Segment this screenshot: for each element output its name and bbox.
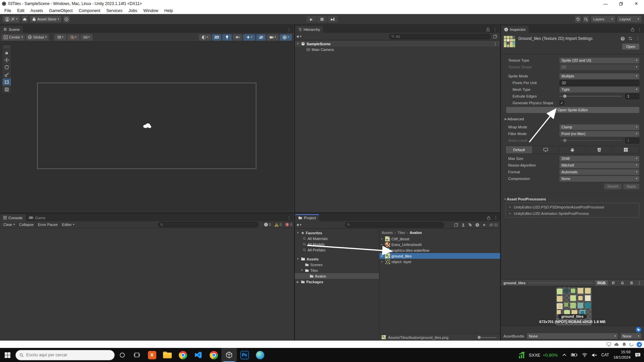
- tree-scenes[interactable]: Scenes: [295, 262, 379, 267]
- breadcrumb-assets[interactable]: Assets: [382, 231, 393, 235]
- hierarchy-item-main-camera[interactable]: Main Camera: [295, 47, 499, 52]
- channel-b-button[interactable]: B: [628, 280, 635, 286]
- expander-closed-icon[interactable]: ▸: [380, 243, 384, 246]
- tab-project[interactable]: Project: [295, 214, 319, 221]
- taskbar-app-chrome-2[interactable]: [206, 348, 221, 362]
- expander-open-icon[interactable]: ▼: [300, 269, 304, 272]
- file-row-cliff-tileset[interactable]: ▸ Cliff_tileset: [379, 236, 500, 242]
- open-button[interactable]: Open: [622, 44, 639, 50]
- scene-audio-button[interactable]: [233, 34, 242, 41]
- expander-closed-icon[interactable]: ▶: [296, 280, 300, 284]
- project-search-input[interactable]: [352, 223, 442, 227]
- tree-tiles[interactable]: ▼ Tiles: [295, 267, 379, 273]
- generate-physics-checkbox[interactable]: ✓: [559, 101, 564, 105]
- menu-component[interactable]: Component: [75, 8, 103, 13]
- taskbar-search-input[interactable]: [26, 353, 111, 357]
- error-pause-button[interactable]: Error Pause: [36, 222, 60, 228]
- taskbar-app-unity[interactable]: [221, 348, 237, 362]
- pixels-per-unit-field[interactable]: [559, 80, 639, 86]
- menu-file[interactable]: File: [1, 8, 14, 13]
- kebab-icon[interactable]: ⋮: [638, 27, 642, 32]
- assetbundle-dropdown[interactable]: None▾: [527, 333, 618, 339]
- hierarchy-search[interactable]: [389, 34, 491, 39]
- stock-ticker-widget[interactable]: SXXE +0,80%: [519, 351, 558, 359]
- warning-count[interactable]: 0: [274, 223, 282, 227]
- tree-assets[interactable]: ▼ Assets: [295, 256, 379, 262]
- pause-button[interactable]: [317, 16, 327, 22]
- start-button[interactable]: [0, 348, 15, 362]
- platform-tab-webgl[interactable]: [586, 146, 613, 154]
- taskbar-app-orange[interactable]: X: [144, 348, 160, 362]
- grid-visibility-button[interactable]: ▾: [54, 34, 66, 41]
- mesh-type-dropdown[interactable]: Tight▾: [559, 87, 639, 93]
- scene-lighting-button[interactable]: [222, 34, 232, 41]
- wifi-icon[interactable]: [582, 353, 587, 357]
- extrude-edges-slider[interactable]: [559, 96, 622, 97]
- extrude-edges-value[interactable]: 1: [625, 94, 639, 99]
- channel-rgb-button[interactable]: RGB: [595, 280, 607, 286]
- snap-increment-button[interactable]: ▾: [80, 34, 93, 41]
- error-count[interactable]: 0: [285, 223, 292, 227]
- taskbar-app-explorer[interactable]: [160, 348, 175, 362]
- account-button[interactable]: JF ▾: [3, 16, 20, 22]
- channel-g-button[interactable]: G: [619, 280, 626, 286]
- scene-visibility-button[interactable]: [256, 34, 266, 41]
- language-indicator[interactable]: CAT: [601, 353, 609, 357]
- search-by-label-icon[interactable]: [468, 223, 472, 227]
- advanced-foldout[interactable]: ▶ Advanced: [501, 116, 644, 122]
- assetbundle-variant-dropdown[interactable]: None▾: [621, 333, 641, 339]
- rect-tool[interactable]: [2, 78, 11, 85]
- minimize-button[interactable]: —: [598, 0, 613, 7]
- cortana-button[interactable]: [115, 348, 129, 362]
- filter-mode-dropdown[interactable]: Point (no filter)▾: [559, 131, 639, 137]
- max-size-dropdown[interactable]: 2048▾: [559, 156, 639, 162]
- lock-icon[interactable]: [486, 27, 490, 32]
- preview-header[interactable]: ground_tiles RGB R G B ⋮: [501, 279, 644, 286]
- close-button[interactable]: ×: [629, 0, 644, 7]
- view-hand-tool[interactable]: [2, 49, 11, 56]
- expander-open-icon[interactable]: ▼: [296, 257, 300, 260]
- transform-tool[interactable]: [2, 86, 11, 93]
- breadcrumb-avalon[interactable]: Avalon: [410, 231, 422, 235]
- expander-closed-icon[interactable]: ▸: [380, 249, 384, 252]
- add-asset-button[interactable]: +▾: [297, 222, 301, 228]
- breadcrumb-tiles[interactable]: Tiles: [397, 231, 405, 235]
- expander-closed-icon[interactable]: ▸: [380, 260, 384, 263]
- tab-inspector[interactable]: Inspector: [501, 26, 529, 33]
- file-row-object-layer[interactable]: ▸ object- layer: [379, 259, 500, 264]
- expander-closed-icon[interactable]: ▸: [380, 237, 384, 240]
- lock-icon[interactable]: [631, 27, 634, 32]
- layers-dropdown[interactable]: Layers ▾: [591, 16, 615, 22]
- tab-game[interactable]: Game: [26, 214, 48, 221]
- lock-icon[interactable]: [487, 216, 490, 220]
- expander-open-icon[interactable]: ▼: [296, 231, 300, 234]
- undo-history-button[interactable]: [575, 16, 581, 22]
- taskbar-app-vscode[interactable]: [191, 348, 206, 362]
- editor-dropdown[interactable]: Editor▾: [60, 222, 76, 228]
- task-view-button[interactable]: [129, 348, 144, 362]
- postprocessor-item[interactable]: ▸ UnityEditor.U2D.PSD.PSDImporterAssetPo…: [506, 204, 639, 210]
- 2d-mode-button[interactable]: 2D: [212, 34, 221, 41]
- unity-search-button[interactable]: [63, 16, 69, 22]
- revert-button[interactable]: Revert: [604, 184, 622, 189]
- presets-icon[interactable]: [628, 37, 633, 41]
- hierarchy-item-samplescene[interactable]: ▼ SampleScene ⋮: [295, 41, 499, 47]
- volume-muted-icon[interactable]: [592, 353, 597, 357]
- tab-hierarchy[interactable]: Hierarchy: [295, 26, 323, 33]
- texture-type-dropdown[interactable]: Sprite (2D and UI)▾: [559, 58, 639, 63]
- wrap-mode-dropdown[interactable]: Clamp▾: [559, 124, 639, 130]
- taskbar-app-edge[interactable]: [252, 348, 268, 362]
- drag-handle[interactable]: [4, 46, 9, 48]
- expander-open-icon[interactable]: ▼: [296, 42, 300, 45]
- asset-store-button[interactable]: Asset Store ▾: [30, 16, 61, 22]
- compression-dropdown[interactable]: None▾: [559, 176, 639, 182]
- favorites-filter-icon[interactable]: ★: [482, 223, 486, 227]
- postprocessor-item[interactable]: ▸ UnityEditor.U2D.Animation.SpritePostPr…: [506, 210, 639, 217]
- open-new-window-icon[interactable]: [493, 35, 497, 39]
- platform-tab-android[interactable]: [559, 146, 586, 154]
- grid-snapping-button[interactable]: ▾: [67, 34, 79, 41]
- camera-settings-dropdown[interactable]: ▾: [267, 34, 279, 41]
- gizmos-dropdown[interactable]: ▾: [280, 34, 292, 41]
- scene-effects-button[interactable]: ▾: [243, 34, 255, 41]
- bell-icon[interactable]: [622, 342, 626, 347]
